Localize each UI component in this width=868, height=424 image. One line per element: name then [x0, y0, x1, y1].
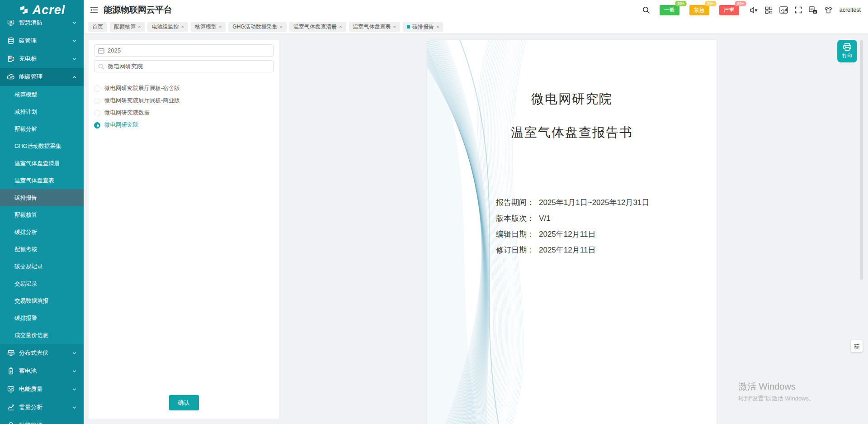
energy-carbon-icon: [7, 73, 15, 81]
filter-panel: 微电网研究院展厅展板-宿舍版微电网研究院展厅展板-商业版微电网研究院数据微电网研…: [89, 40, 279, 419]
sidebar: Acrel 智慧消防碳管理充电桩能碳管理核算模型减排计划配额分解GHG活动数据采…: [0, 0, 84, 424]
sidebar-item-xudianchi[interactable]: 蓄电池: [0, 362, 84, 380]
radio-icon[interactable]: [94, 86, 100, 92]
sidebar-item-label: 报警管理: [19, 421, 72, 424]
topbar: 能源物联网云平台 一般99+紧急99+严重99+ 中A acreltest: [84, 0, 868, 20]
print-label: 打印: [842, 52, 852, 59]
tab-close-icon[interactable]: ×: [436, 24, 439, 29]
solar-icon: [7, 349, 15, 357]
sidebar-subitem-tanpai-fenxi[interactable]: 碳排分析: [0, 224, 84, 241]
tab-close-icon[interactable]: ×: [339, 24, 342, 29]
badge-count: 99+: [735, 1, 746, 6]
printer-icon: [843, 43, 852, 51]
org-option-1[interactable]: 微电网研究院展厅展板-商业版: [94, 95, 274, 107]
tab-close-icon[interactable]: ×: [181, 24, 184, 29]
tab-close-icon[interactable]: ×: [280, 24, 283, 29]
sidebar-subitem-tan-jiaoyi-jilu[interactable]: 碳交易记录: [0, 258, 84, 275]
report-field-value: 2025年12月11日: [539, 230, 595, 238]
tab-tanpai-baogao[interactable]: 碳排报告×: [403, 22, 443, 32]
logo[interactable]: Acrel: [0, 0, 84, 20]
tab-pancha-biao[interactable]: 温室气体盘查表×: [349, 22, 400, 32]
calendar-icon: [98, 48, 104, 54]
tab-ghg-caiji[interactable]: GHG活动数据采集×: [228, 22, 287, 32]
sidebar-subitem-peie-hesuan[interactable]: 配额核算: [0, 206, 84, 224]
grid-icon[interactable]: [765, 6, 773, 14]
radio-icon[interactable]: [94, 110, 100, 116]
watermark-line2: 转到“设置”以激活 Windows。: [738, 395, 815, 403]
org-search-input[interactable]: [108, 63, 269, 70]
tab-pancha-qingce[interactable]: 温室气体盘查清册×: [289, 22, 346, 32]
sidebar-item-nengtan-guanli[interactable]: 能碳管理: [0, 68, 84, 86]
sidebar-subitem-peie-kaohe[interactable]: 配额考核: [0, 241, 84, 258]
tab-label: GHG活动数据采集: [232, 23, 277, 31]
chevron-up-icon: [72, 75, 77, 80]
sidebar-item-dianneng-zhiliang[interactable]: 电能质量: [0, 380, 84, 398]
tab-close-icon[interactable]: ×: [393, 24, 396, 29]
sidebar-subitem-tanpai-baojing[interactable]: 碳排报警: [0, 310, 84, 327]
tab-label: 温室气体盘查清册: [293, 23, 337, 31]
sidebar-item-chongdianzhuang[interactable]: 充电桩: [0, 50, 84, 68]
translate-icon[interactable]: 中A: [809, 6, 817, 14]
chevron-down-icon: [72, 387, 77, 392]
app-root: Acrel 智慧消防碳管理充电桩能碳管理核算模型减排计划配额分解GHG活动数据采…: [0, 0, 868, 424]
chevron-down-icon: [72, 20, 77, 25]
radio-icon[interactable]: [94, 98, 100, 104]
battery-icon: [7, 367, 15, 375]
windows-activation-watermark: 激活 Windows 转到“设置”以激活 Windows。: [738, 381, 815, 403]
alarm-badge-general[interactable]: 一般99+: [660, 5, 679, 15]
badge-count: 99+: [705, 1, 716, 6]
org-option-3[interactable]: 微电网研究院: [94, 119, 274, 131]
alarm-badge-critical[interactable]: 严重99+: [719, 5, 739, 15]
report-field-value: V/1: [539, 214, 551, 223]
report-organization: 微电网研究院: [427, 91, 717, 108]
confirm-button[interactable]: 确认: [169, 395, 199, 410]
floating-settings-button[interactable]: [851, 340, 863, 352]
tab-close-icon[interactable]: ×: [138, 24, 141, 29]
print-button[interactable]: 打印: [837, 40, 857, 62]
sidebar-subitem-chengjiao-liangjia[interactable]: 成交量价信息: [0, 327, 84, 344]
sidebar-subitem-pancha-biao[interactable]: 温室气体盘查表: [0, 172, 84, 189]
sidebar-subitem-peie-fenjie[interactable]: 配额分解: [0, 120, 84, 138]
radio-checked-icon[interactable]: [94, 122, 100, 129]
tab-home[interactable]: 首页: [88, 22, 107, 32]
report-field-3: 修订日期：2025年12月11日: [496, 242, 717, 258]
fullscreen-icon[interactable]: [795, 6, 802, 14]
sidebar-subitem-jianpai-jihua[interactable]: 减排计划: [0, 103, 84, 120]
org-option-2[interactable]: 微电网研究院数据: [94, 107, 274, 119]
sidebar-subitem-jiaoyi-tianbao[interactable]: 交易数据填报: [0, 292, 84, 310]
report-field-0: 报告期间：2025年1月1日~2025年12月31日: [496, 195, 717, 210]
sidebar-subitem-hesuan-moxing[interactable]: 核算模型: [0, 86, 84, 103]
search-input-icon: [98, 63, 104, 70]
chart-box-icon[interactable]: [779, 6, 788, 14]
tab-label: 碳排报告: [412, 23, 434, 31]
tab-dianchizu[interactable]: 电池组监控×: [147, 22, 188, 32]
alarm-bell-icon: [7, 421, 15, 424]
sidebar-subitem-jiaoyi-jilu[interactable]: 交易记录: [0, 275, 84, 292]
org-option-0[interactable]: 微电网研究院展厅展板-宿舍版: [94, 82, 274, 95]
main-column: 能源物联网云平台 一般99+紧急99+严重99+ 中A acreltest 首页…: [84, 0, 868, 424]
sidebar-item-xuliang-fenxi[interactable]: 需量分析: [0, 398, 84, 416]
sidebar-subitem-ghg-caiji[interactable]: GHG活动数据采集: [0, 138, 84, 155]
collapse-menu-icon[interactable]: [90, 6, 98, 14]
sidebar-item-label: 能碳管理: [19, 73, 72, 81]
theme-icon[interactable]: [824, 6, 833, 14]
sidebar-subitem-tanpai-baogao[interactable]: 碳排报告: [0, 189, 84, 206]
mute-icon[interactable]: [750, 6, 758, 14]
tab-close-icon[interactable]: ×: [219, 24, 222, 29]
sidebar-item-tan-guanli[interactable]: 碳管理: [0, 32, 84, 50]
username[interactable]: acreltest: [840, 7, 861, 13]
sidebar-item-baojing-guanli[interactable]: 报警管理: [0, 416, 84, 424]
sidebar-item-fenbushi-guangfu[interactable]: 分布式光伏: [0, 344, 84, 362]
demand-analysis-icon: [7, 403, 15, 411]
charging-pile-icon: [7, 55, 15, 63]
report-title: 温室气体盘查报告书: [427, 124, 717, 141]
search-icon[interactable]: [642, 6, 650, 14]
tab-hesuan-moxing[interactable]: 核算模型×: [191, 22, 226, 32]
search-field: [94, 60, 274, 72]
year-input[interactable]: [108, 47, 269, 54]
vertical-scrollbar[interactable]: [860, 40, 863, 280]
tab-peie-hesuan[interactable]: 配额核算×: [110, 22, 145, 32]
sidebar-subitem-pancha-qingce[interactable]: 温室气体盘查清册: [0, 155, 84, 172]
tab-label: 温室气体盘查表: [353, 23, 391, 31]
alarm-badge-urgent[interactable]: 紧急99+: [689, 5, 709, 15]
